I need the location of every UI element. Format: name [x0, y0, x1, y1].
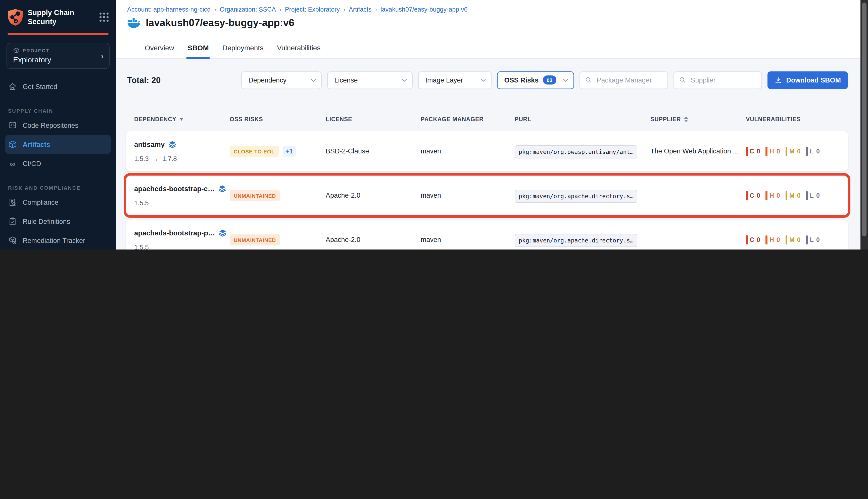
app-screen: Supply Chain Security PROJECT Explorator…: [0, 0, 868, 250]
clipboard-check-icon: [8, 217, 17, 226]
package-manager-search: [580, 71, 668, 89]
document-search-icon: [8, 198, 17, 207]
project-name: Exploratory: [13, 56, 103, 64]
sbom-table-body: antisamy 1.5.3→1.7.8 CLOSE TO EOL +1 BSD…: [126, 131, 848, 250]
risk-badge: UNMAINTAINED: [230, 190, 280, 201]
sidebar: Supply Chain Security PROJECT Explorator…: [0, 0, 116, 250]
table-row-highlighted[interactable]: apacheds-bootstrap-e… 1.5.5 UNMAINTAINED…: [126, 175, 848, 215]
oss-risks-filter-dropdown[interactable]: OSS Risks 03: [497, 71, 574, 89]
tab-overview[interactable]: Overview: [144, 39, 175, 59]
column-header-oss-risks: OSS RISKS: [230, 116, 326, 122]
purl-pill[interactable]: pkg:maven/org.apache.directory.s…: [515, 234, 638, 247]
search-icon: [585, 76, 592, 84]
breadcrumb-project[interactable]: Project: Exploratory: [285, 6, 340, 13]
cube-icon: [13, 48, 20, 54]
sidebar-nav: Get Started SUPPLY CHAIN Code Repositori…: [0, 77, 116, 250]
risk-badge: CLOSE TO EOL: [230, 146, 279, 157]
breadcrumb-artifacts[interactable]: Artifacts: [349, 6, 372, 13]
home-icon: [8, 82, 17, 91]
vulnerability-counts: C0 H0 M0 L0: [746, 235, 848, 244]
package-manager-cell: maven: [421, 192, 515, 199]
sort-both-icon: [684, 114, 688, 124]
breadcrumb-separator: ›: [343, 6, 345, 13]
table-row[interactable]: antisamy 1.5.3→1.7.8 CLOSE TO EOL +1 BSD…: [126, 131, 848, 171]
column-header-dependency[interactable]: DEPENDENCY: [134, 116, 230, 123]
more-risks-badge[interactable]: +1: [283, 146, 296, 157]
risk-badge: UNMAINTAINED: [230, 234, 280, 245]
sidebar-item-compliance[interactable]: Compliance: [5, 193, 111, 212]
package-manager-search-input[interactable]: [596, 76, 663, 84]
breadcrumb-organization[interactable]: Organization: SSCA: [219, 6, 276, 13]
page-title: lavakush07/easy-buggy-app:v6: [146, 17, 294, 29]
breadcrumb-separator: ›: [375, 6, 377, 13]
purl-pill[interactable]: pkg:maven/org.owasp.antisamy/ant…: [515, 145, 638, 158]
oss-risks-count-badge: 03: [543, 75, 556, 85]
filter-toolbar: Total: 20 Dependency License Image Layer…: [116, 59, 860, 101]
page-scrollbar-track[interactable]: [860, 0, 868, 250]
sort-desc-icon: [179, 118, 184, 123]
column-header-vulnerabilities: VULNERABILITIES: [746, 116, 848, 122]
package-manager-cell: maven: [421, 147, 515, 155]
layers-icon: [219, 229, 227, 237]
sidebar-item-artifacts[interactable]: Artifacts: [5, 135, 111, 154]
tab-deployments[interactable]: Deployments: [222, 39, 264, 59]
purl-pill[interactable]: pkg:maven/org.apache.directory.s…: [515, 190, 638, 203]
brand: Supply Chain Security: [0, 0, 116, 32]
total-count: Total: 20: [127, 75, 161, 85]
upgrade-arrow-icon: →: [152, 155, 159, 162]
chevron-down-icon: [563, 78, 569, 82]
page-scrollbar-thumb[interactable]: [862, 2, 867, 236]
chevron-right-icon: ›: [101, 52, 103, 60]
sidebar-item-remediation-tracker[interactable]: Remediation Tracker: [5, 231, 111, 250]
chevron-down-icon: [311, 78, 316, 82]
column-header-purl: PURL: [515, 116, 650, 122]
license-cell: Apache-2.0: [326, 236, 421, 243]
breadcrumb-separator: ›: [279, 6, 281, 13]
license-filter-dropdown[interactable]: License: [327, 71, 413, 89]
chevron-down-icon: [481, 78, 486, 82]
docker-icon: [127, 17, 141, 28]
brand-title: Supply Chain Security: [28, 8, 74, 26]
project-selector[interactable]: PROJECT Exploratory ›: [7, 43, 110, 69]
table-row[interactable]: apacheds-bootstrap-p… 1.5.5 UNMAINTAINED…: [126, 220, 848, 250]
package-manager-cell: maven: [421, 236, 515, 243]
supply-chain-security-logo-icon: [8, 8, 23, 26]
sidebar-item-rule-definitions[interactable]: Rule Definitions: [5, 212, 111, 231]
layers-icon: [168, 140, 176, 148]
download-icon: [775, 76, 782, 84]
section-label-risk-compliance: RISK AND COMPLIANCE: [8, 185, 108, 191]
supplier-cell: The Open Web Application ...: [650, 147, 740, 155]
search-icon: [679, 76, 686, 84]
tab-sbom[interactable]: SBOM: [187, 39, 210, 59]
sidebar-item-code-repositories[interactable]: Code Repositories: [5, 116, 111, 135]
module-grid-icon[interactable]: [100, 13, 109, 22]
license-cell: Apache-2.0: [326, 192, 421, 199]
breadcrumb-artifact-name[interactable]: lavakush07/easy-buggy-app:v6: [380, 6, 467, 13]
project-label: PROJECT: [13, 48, 103, 54]
brand-accent-line: [8, 34, 109, 35]
vulnerability-counts: C0 H0 M0 L0: [746, 147, 848, 156]
column-header-supplier[interactable]: SUPPLIER: [650, 114, 746, 124]
supplier-search: [674, 71, 762, 89]
sidebar-item-get-started[interactable]: Get Started: [5, 77, 111, 96]
page-header: Account: app-harness-ng-cicd › Organizat…: [116, 0, 860, 59]
column-header-package-manager: PACKAGE MANAGER: [421, 116, 515, 122]
sidebar-item-cicd[interactable]: ∞ CI/CD: [5, 154, 111, 173]
supplier-search-input[interactable]: [690, 76, 757, 84]
main-area: Account: app-harness-ng-cicd › Organizat…: [116, 0, 860, 250]
vulnerability-counts: C0 H0 M0 L0: [746, 191, 848, 200]
breadcrumb: Account: app-harness-ng-cicd › Organizat…: [116, 0, 860, 13]
code-repo-icon: [8, 121, 17, 130]
infinity-icon: ∞: [8, 159, 17, 168]
image-layer-filter-dropdown[interactable]: Image Layer: [418, 71, 492, 89]
layers-icon: [218, 184, 226, 192]
chevron-down-icon: [402, 78, 407, 82]
dependency-filter-dropdown[interactable]: Dependency: [241, 71, 322, 89]
tab-bar: Overview SBOM Deployments Vulnerabilitie…: [144, 39, 322, 59]
tab-vulnerabilities[interactable]: Vulnerabilities: [276, 39, 322, 59]
license-cell: BSD-2-Clause: [326, 147, 421, 155]
table-header: DEPENDENCY OSS RISKS LICENSE PACKAGE MAN…: [126, 114, 848, 124]
breadcrumb-separator: ›: [214, 6, 216, 13]
download-sbom-button[interactable]: Download SBOM: [768, 71, 848, 89]
breadcrumb-account[interactable]: Account: app-harness-ng-cicd: [127, 6, 211, 13]
